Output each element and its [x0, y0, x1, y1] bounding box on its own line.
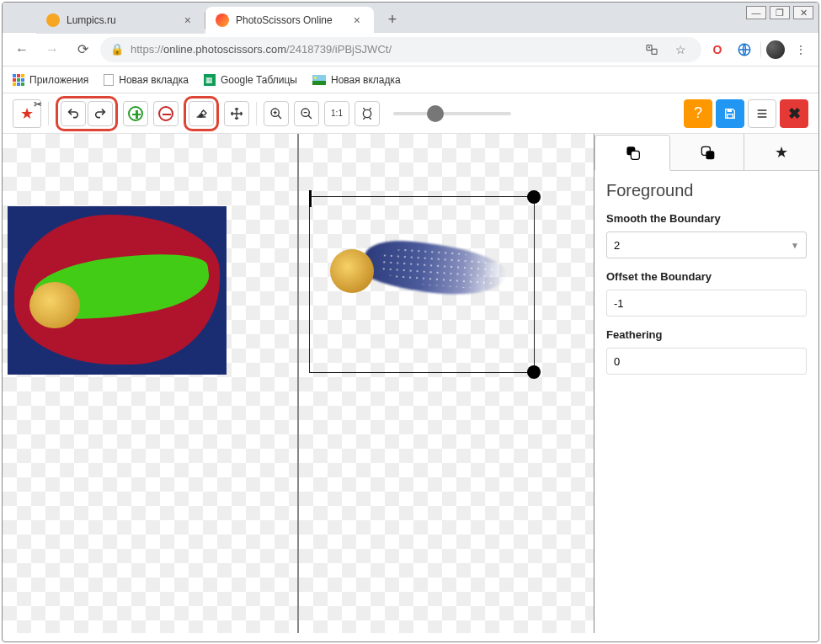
- menu-button[interactable]: [748, 99, 776, 128]
- close-icon[interactable]: ×: [181, 13, 195, 27]
- favicon-icon: [46, 13, 60, 27]
- bookmark-label: Google Таблицы: [221, 74, 297, 86]
- tab-label: Lumpics.ru: [67, 14, 174, 26]
- browser-tab-0[interactable]: Lumpics.ru ×: [36, 7, 205, 34]
- source-canvas[interactable]: [3, 134, 297, 633]
- close-icon[interactable]: ×: [350, 13, 364, 27]
- crop-handle-tl[interactable]: [309, 190, 312, 207]
- globe-icon[interactable]: [733, 39, 755, 61]
- nav-reload[interactable]: ⟳: [70, 37, 95, 62]
- window-maximize[interactable]: ❐: [770, 6, 790, 19]
- source-image: [8, 206, 227, 375]
- address-row: ← → ⟳ 🔒 https://online.photoscissors.com…: [3, 33, 818, 67]
- crop-handle-br[interactable]: [527, 365, 541, 379]
- eraser-group: [184, 96, 219, 131]
- bookmark-label: Новая вкладка: [331, 74, 401, 86]
- smooth-label: Smooth the Boundary: [606, 212, 807, 225]
- lock-icon: 🔒: [110, 43, 124, 56]
- separator: [48, 102, 49, 125]
- browser-menu[interactable]: ⋮: [790, 39, 812, 61]
- fg-marker-button[interactable]: [123, 101, 148, 126]
- favicon-icon: [216, 13, 229, 27]
- tab-label: PhotoScissors Online: [236, 14, 344, 26]
- bookmark-item[interactable]: Новая вкладка: [104, 74, 189, 86]
- zoom-out-button[interactable]: [294, 101, 319, 126]
- panel-tab-foreground[interactable]: [594, 135, 670, 171]
- feather-value: 0: [614, 355, 620, 368]
- undo-redo-group: [56, 96, 118, 131]
- svg-rect-9: [631, 151, 639, 159]
- feather-label: Feathering: [606, 328, 807, 341]
- panel-title: Foreground: [606, 181, 807, 200]
- svg-rect-6: [728, 109, 732, 111]
- panel-tab-shadow[interactable]: ★: [744, 134, 818, 170]
- bookmark-label: Новая вкладка: [119, 74, 189, 86]
- doc-icon: [104, 74, 114, 86]
- plus-icon: [128, 106, 143, 121]
- zoom-actual-button[interactable]: 1:1: [324, 101, 349, 126]
- smooth-select[interactable]: 2 ▼: [606, 232, 807, 258]
- browser-tabs: Lumpics.ru × PhotoScissors Online × +: [3, 3, 818, 33]
- bookmark-label: Приложения: [29, 74, 88, 86]
- eraser-icon: [195, 107, 208, 120]
- apps-icon: [13, 74, 24, 86]
- bookmarks-bar: Приложения Новая вкладка ▦ Google Таблиц…: [3, 67, 818, 93]
- scissors-icon: ✂: [34, 98, 42, 110]
- minus-icon: [158, 106, 173, 121]
- save-icon: [723, 107, 737, 120]
- bookmark-item[interactable]: ▦ Google Таблицы: [204, 74, 297, 86]
- app: ★ ✂ 1:1: [3, 93, 818, 633]
- bg-marker-button[interactable]: [153, 101, 179, 126]
- brush-size-slider[interactable]: [393, 112, 511, 115]
- move-button[interactable]: [224, 101, 249, 126]
- address-bar[interactable]: 🔒 https://online.photoscissors.com/24187…: [100, 37, 701, 62]
- workspace: ★ Foreground Smooth the Boundary 2 ▼ Off…: [3, 134, 818, 633]
- star-icon[interactable]: ☆: [669, 39, 691, 61]
- background-icon: [699, 144, 716, 161]
- move-icon: [230, 107, 243, 120]
- feather-input[interactable]: 0: [606, 348, 807, 375]
- url-text: https://online.photoscissors.com/2418739…: [131, 43, 634, 56]
- zoom-in-button[interactable]: [264, 101, 289, 126]
- panel-body: Foreground Smooth the Boundary 2 ▼ Offse…: [594, 171, 818, 381]
- offset-input[interactable]: -1: [606, 290, 807, 317]
- help-button[interactable]: ?: [684, 99, 712, 128]
- panel-tabs: ★: [594, 134, 818, 171]
- zoom-fit-button[interactable]: [355, 101, 380, 126]
- svg-rect-7: [728, 114, 733, 118]
- clear-button[interactable]: ✖: [780, 99, 808, 128]
- avatar[interactable]: [766, 40, 785, 59]
- offset-value: -1: [614, 297, 624, 310]
- picture-icon: [312, 75, 326, 85]
- window-close[interactable]: ✕: [793, 6, 813, 19]
- save-button[interactable]: [716, 99, 744, 128]
- svg-rect-11: [706, 151, 714, 159]
- browser-tab-1[interactable]: PhotoScissors Online ×: [205, 7, 374, 34]
- translate-icon[interactable]: [641, 39, 663, 61]
- app-toolbar: ★ ✂ 1:1: [3, 93, 818, 134]
- star-icon: ★: [20, 104, 34, 123]
- panel-tab-background[interactable]: [670, 134, 745, 170]
- new-tab-button[interactable]: +: [381, 8, 404, 32]
- smooth-value: 2: [614, 239, 620, 252]
- foreground-icon: [624, 144, 641, 161]
- extension-icon[interactable]: O: [706, 39, 728, 61]
- sheets-icon: ▦: [204, 74, 216, 86]
- eraser-button[interactable]: [189, 101, 214, 126]
- crop-frame[interactable]: [309, 196, 535, 373]
- crop-handle-tr[interactable]: [527, 190, 541, 204]
- nav-forward[interactable]: →: [40, 37, 65, 62]
- slider-thumb[interactable]: [427, 105, 444, 122]
- side-panel: ★ Foreground Smooth the Boundary 2 ▼ Off…: [594, 134, 818, 633]
- result-image: [330, 234, 507, 310]
- redo-button[interactable]: [88, 101, 113, 126]
- menu-icon: [755, 107, 769, 120]
- apps-button[interactable]: Приложения: [13, 74, 88, 86]
- window-minimize[interactable]: —: [746, 6, 766, 19]
- result-canvas[interactable]: [299, 134, 594, 633]
- open-image-button[interactable]: ★ ✂: [13, 99, 41, 128]
- undo-button[interactable]: [61, 101, 86, 126]
- bookmark-item[interactable]: Новая вкладка: [312, 74, 401, 86]
- nav-back[interactable]: ←: [9, 37, 35, 62]
- separator: [256, 102, 257, 125]
